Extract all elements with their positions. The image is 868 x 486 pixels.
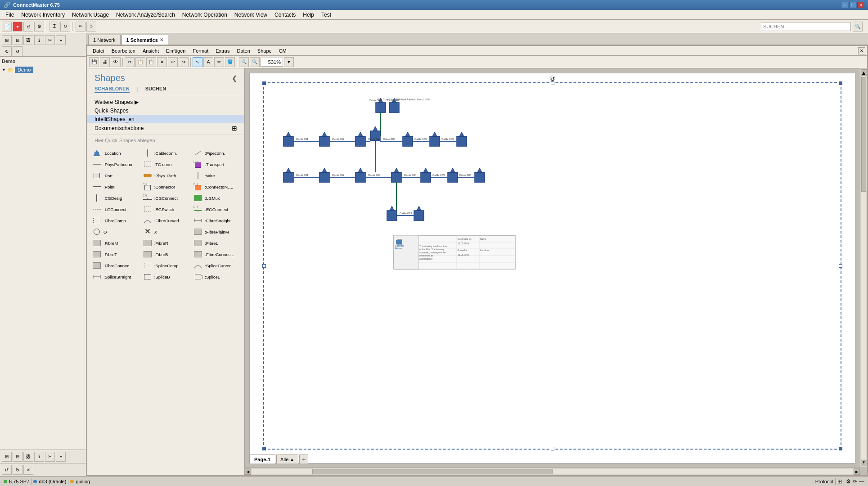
maximize-button[interactable]: □ bbox=[849, 2, 856, 8]
lb-btn-9[interactable]: ✕ bbox=[23, 465, 33, 475]
node-mr3[interactable] bbox=[457, 136, 467, 146]
doc-menu-shape[interactable]: Shape bbox=[254, 47, 275, 54]
shape-fibrel[interactable]: :FibreL bbox=[191, 238, 242, 248]
node-ll6[interactable] bbox=[448, 172, 458, 182]
lt-btn-8[interactable]: ↺ bbox=[13, 46, 22, 56]
doc-tb-del[interactable]: ✕ bbox=[157, 57, 167, 67]
doc-close-btn[interactable]: ✕ bbox=[858, 47, 865, 54]
search-button[interactable]: 🔍 bbox=[853, 22, 863, 32]
open-button[interactable]: ● bbox=[13, 22, 22, 32]
shape-transport[interactable]: CH :Transport bbox=[191, 159, 242, 170]
new-button[interactable]: 📄 bbox=[2, 22, 12, 32]
shapes-tab-suchen[interactable]: SUCHEN bbox=[145, 86, 166, 93]
doc-menu-daten[interactable]: Daten bbox=[233, 47, 253, 54]
lb-btn-8[interactable]: ↻ bbox=[13, 465, 22, 475]
shape-egswitch[interactable]: :EGSwitch bbox=[141, 204, 191, 215]
menu-network-analyze[interactable]: Network Analyze/Search bbox=[112, 11, 179, 19]
menu-help[interactable]: Help bbox=[299, 11, 318, 19]
intelli-shapes-item[interactable]: IntelliShapes_en bbox=[87, 115, 244, 123]
close-button[interactable]: × bbox=[857, 2, 864, 8]
shapes-tab-schablonen[interactable]: SCHABLONEN bbox=[94, 86, 130, 93]
shape-cgconnect[interactable]: CH :CGConnect bbox=[141, 193, 191, 203]
tool-btn-5[interactable]: Σ bbox=[49, 22, 59, 32]
menu-contacts[interactable]: Contacts bbox=[271, 11, 299, 19]
lb-btn-5[interactable]: ✂ bbox=[45, 452, 55, 462]
doc-tb-select[interactable]: ↖ bbox=[193, 57, 202, 67]
shape-physpath[interactable]: :Phys. Path bbox=[141, 170, 191, 181]
tool-btn-6[interactable]: ↻ bbox=[60, 22, 70, 32]
zoom-input[interactable] bbox=[261, 58, 283, 67]
lt-btn-6[interactable]: » bbox=[56, 35, 66, 45]
shape-fibrecomp[interactable]: :FibreComp bbox=[90, 215, 140, 226]
node-ll1[interactable] bbox=[283, 172, 293, 182]
doc-tb-zoomin[interactable]: 🔍 bbox=[250, 57, 260, 67]
doc-menu-format[interactable]: Format bbox=[189, 47, 212, 54]
shape-fibreb[interactable]: :FibreB bbox=[141, 249, 191, 260]
dokument-schablone-item[interactable]: Dokumentschablone ⊞ bbox=[87, 123, 244, 135]
shape-lgconnect[interactable]: :LGConnect bbox=[90, 204, 140, 215]
doc-tb-zoomout[interactable]: 🔍 bbox=[239, 57, 249, 67]
shape-location[interactable]: :Location bbox=[90, 148, 140, 158]
menu-network-usage[interactable]: Network Usage bbox=[68, 11, 112, 19]
vscrollbar[interactable]: ▲ ▼ bbox=[860, 68, 867, 467]
doc-tb-5[interactable]: 📋 bbox=[135, 57, 145, 67]
node-ll2[interactable] bbox=[319, 172, 329, 182]
menu-file[interactable]: File bbox=[2, 11, 18, 19]
node-ll4[interactable] bbox=[391, 172, 401, 182]
doc-menu-einfuegen[interactable]: Einfügen bbox=[162, 47, 189, 54]
lt-btn-2[interactable]: ⊟ bbox=[13, 35, 22, 45]
tab-close-icon[interactable]: ✕ bbox=[160, 37, 163, 42]
status-settings-btn[interactable]: ⚙ bbox=[846, 478, 851, 485]
hscroll-thumb[interactable] bbox=[312, 469, 553, 474]
node-top-center[interactable] bbox=[376, 103, 386, 112]
doc-tb-4[interactable]: ✂ bbox=[125, 57, 135, 67]
doc-menu-datei[interactable]: Datei bbox=[89, 47, 108, 54]
node-mr2[interactable] bbox=[430, 136, 440, 146]
doc-menu-cm[interactable]: CM bbox=[275, 47, 290, 54]
page-tab-1[interactable]: Page-1 bbox=[249, 454, 275, 464]
hscroll-left-btn[interactable]: ◀ bbox=[245, 468, 251, 475]
lt-btn-7[interactable]: ↻ bbox=[2, 46, 12, 56]
node-ll7[interactable] bbox=[475, 172, 485, 182]
vscroll-thumb[interactable] bbox=[861, 77, 866, 192]
status-layout-btn[interactable]: ⊞ bbox=[837, 478, 842, 485]
zoom-dropdown[interactable]: ▼ bbox=[284, 57, 294, 67]
menu-network-inventory[interactable]: Network Inventory bbox=[18, 11, 68, 19]
status-more-btn[interactable]: — bbox=[859, 478, 864, 485]
shape-fibrem[interactable]: :FibreM bbox=[90, 238, 140, 248]
shape-splicestraight[interactable]: :SpliceStraight bbox=[90, 271, 140, 282]
shape-point[interactable]: :Point bbox=[90, 181, 140, 192]
shape-fibrecurved[interactable]: :FibreCurved bbox=[141, 215, 191, 226]
tool-btn-7[interactable]: ✏ bbox=[76, 22, 85, 32]
doc-menu-extras[interactable]: Extras bbox=[212, 47, 233, 54]
shape-tcconn[interactable]: :TC conn. bbox=[141, 159, 191, 170]
lt-btn-4[interactable]: ℹ bbox=[34, 35, 44, 45]
hscrollbar[interactable]: ◀ ▶ bbox=[245, 467, 860, 475]
lt-btn-5[interactable]: ✂ bbox=[45, 35, 55, 45]
doc-tb-draw[interactable]: ✏ bbox=[214, 57, 224, 67]
doc-tb-6[interactable]: 📋 bbox=[146, 57, 156, 67]
lb-btn-1[interactable]: ⊞ bbox=[2, 452, 12, 462]
shape-pipeconn[interactable]: :Pipeconn. bbox=[191, 148, 242, 158]
lb-btn-6[interactable]: » bbox=[56, 452, 66, 462]
node-ml2[interactable] bbox=[319, 136, 329, 146]
shape-spliceb[interactable]: :SpliceB bbox=[141, 271, 191, 282]
hscroll-track[interactable] bbox=[252, 469, 853, 474]
shape-cgdesig[interactable]: :CGDesig bbox=[90, 193, 140, 203]
menu-test[interactable]: Test bbox=[318, 11, 335, 19]
tool-btn-8[interactable]: » bbox=[86, 22, 96, 32]
vscroll-down-btn[interactable]: ▼ bbox=[861, 460, 867, 466]
menu-network-view[interactable]: Network View bbox=[231, 11, 271, 19]
lb-btn-2[interactable]: ⊟ bbox=[13, 452, 22, 462]
lt-btn-3[interactable]: 🖼 bbox=[23, 35, 33, 45]
tab-network[interactable]: 1 Network bbox=[88, 35, 121, 45]
doc-tb-text[interactable]: A bbox=[203, 57, 213, 67]
node-top-right[interactable] bbox=[389, 103, 399, 112]
shape-x[interactable]: ✕ X bbox=[141, 226, 191, 237]
page-tab-add[interactable]: + bbox=[299, 454, 308, 464]
doc-menu-bearbeiten[interactable]: Bearbeiten bbox=[108, 47, 139, 54]
menu-network-operation[interactable]: Network Operation bbox=[179, 11, 231, 19]
node-mr1[interactable] bbox=[403, 136, 413, 146]
status-edit-btn[interactable]: ✏ bbox=[853, 478, 857, 485]
shape-fibreconnec2[interactable]: :FibreConnec... bbox=[90, 260, 140, 271]
